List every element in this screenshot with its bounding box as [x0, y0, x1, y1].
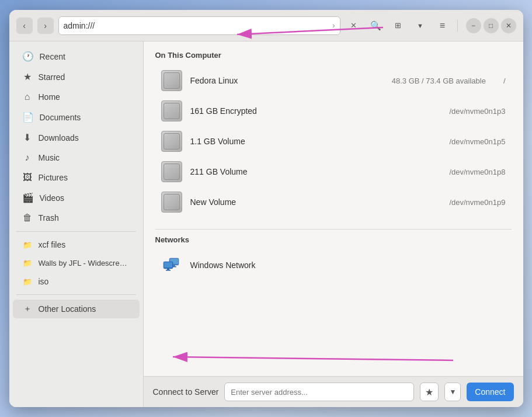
documents-icon: 📄	[22, 112, 34, 123]
drive-name-11gb: 1.1 GB Volume	[190, 137, 441, 146]
drive-path-fedora: /	[503, 77, 506, 85]
bookmark-button[interactable]: ★	[420, 383, 439, 401]
sidebar-item-iso[interactable]: 📁 iso	[13, 273, 140, 290]
drive-path-161gb: /dev/nvme0n1p3	[449, 107, 505, 116]
videos-icon: 🎬	[22, 192, 34, 203]
drive-path-new-volume: /dev/nvme0n1p9	[449, 198, 505, 207]
close-button[interactable]: ✕	[501, 18, 516, 33]
svg-rect-7	[166, 270, 171, 271]
sidebar-item-music-label: Music	[39, 153, 60, 162]
drive-item-new-volume[interactable]: New Volume /dev/nvme0n1p9	[155, 187, 512, 217]
drive-item-11gb[interactable]: 1.1 GB Volume /dev/nvme0n1p5	[155, 126, 512, 157]
sidebar-item-starred-label: Starred	[39, 72, 65, 82]
sidebar-item-trash-label: Trash	[39, 213, 59, 223]
connect-button[interactable]: Connect	[467, 383, 513, 401]
sidebar-item-other-locations[interactable]: ＋ Other Locations	[13, 300, 140, 318]
drive-name-211gb: 211 GB Volume	[190, 167, 441, 176]
sidebar-item-trash[interactable]: 🗑 Trash	[13, 208, 140, 227]
bookmark-iso-icon: 📁	[22, 277, 33, 286]
bookmark-xcf-icon: 📁	[22, 241, 33, 249]
sidebar-item-pictures[interactable]: 🖼 Pictures	[13, 168, 140, 187]
sidebar-item-home-label: Home	[39, 92, 60, 102]
toolbar-separator	[457, 20, 458, 32]
back-button[interactable]: ‹	[16, 18, 33, 34]
drive-path-211gb: /dev/nvme0n1p8	[449, 168, 505, 176]
bottom-bar: Connect to Server ★ ▼ Connect	[144, 376, 523, 407]
network-info-windows: Windows Network	[190, 260, 506, 270]
drive-info-new-volume: New Volume	[190, 197, 441, 207]
sidebar-item-videos-label: Videos	[40, 193, 65, 203]
bookmark-walls-icon: 📁	[22, 259, 33, 267]
clear-address-button[interactable]: ✕	[345, 17, 363, 34]
network-name-windows: Windows Network	[190, 260, 506, 270]
network-icon-windows	[161, 255, 182, 276]
home-icon: ⌂	[22, 92, 33, 102]
sidebar-item-videos[interactable]: 🎬 Videos	[13, 188, 140, 207]
drive-icon-fedora	[161, 70, 182, 91]
sidebar-separator-2	[16, 294, 136, 295]
sidebar-item-xcf-files[interactable]: 📁 xcf files	[13, 236, 140, 253]
minimize-button[interactable]: −	[466, 18, 481, 33]
section-separator	[155, 229, 512, 230]
svg-rect-5	[164, 262, 172, 267]
sidebar-item-music[interactable]: ♪ Music	[13, 148, 140, 167]
sidebar-item-xcf-label: xcf files	[39, 240, 66, 249]
titlebar: ‹ › › ✕ 🔍 ⊞ ▼ ≡ − □ ✕	[9, 10, 523, 41]
music-icon: ♪	[22, 152, 33, 163]
window-controls: − □ ✕	[466, 18, 516, 33]
drive-name-fedora: Fedora Linux	[190, 76, 384, 85]
drive-path-11gb: /dev/nvme0n1p5	[449, 137, 505, 146]
sidebar-item-home[interactable]: ⌂ Home	[13, 88, 140, 106]
sidebar-item-walls-label: Walls by JFL - Widescreen (...	[39, 259, 130, 267]
address-input[interactable]	[64, 21, 331, 30]
drive-name-new-volume: New Volume	[190, 197, 441, 207]
drive-item-161gb[interactable]: 161 GB Encrypted /dev/nvme0n1p3	[155, 96, 512, 126]
drive-item-fedora[interactable]: Fedora Linux 48.3 GB / 73.4 GB available…	[155, 65, 512, 96]
sidebar-item-walls-jfl[interactable]: 📁 Walls by JFL - Widescreen (...	[13, 255, 140, 272]
sidebar-item-recent[interactable]: 🕐 Recent	[13, 47, 140, 66]
sidebar-item-documents-label: Documents	[40, 113, 81, 122]
forward-button[interactable]: ›	[37, 18, 54, 34]
drive-info-11gb: 1.1 GB Volume	[190, 137, 441, 146]
trash-icon: 🗑	[22, 213, 33, 223]
main-content: On This Computer Fedora Linux 48.3 GB / …	[144, 41, 523, 407]
file-manager-window: ‹ › › ✕ 🔍 ⊞ ▼ ≡ − □ ✕	[9, 10, 523, 407]
sidebar-separator	[16, 231, 136, 232]
drive-item-211gb[interactable]: 211 GB Volume /dev/nvme0n1p8	[155, 157, 512, 187]
sidebar-item-documents[interactable]: 📄 Documents	[13, 107, 140, 127]
dropdown-arrow-icon: ▼	[449, 388, 456, 396]
other-locations-icon: ＋	[22, 304, 33, 314]
drive-info-211gb: 211 GB Volume	[190, 167, 441, 176]
window-body: 🕐 Recent ★ Starred ⌂ Home 📄 Documents ⬇	[9, 41, 523, 407]
connect-to-server-label: Connect to Server	[153, 387, 219, 397]
network-item-windows[interactable]: Windows Network	[155, 250, 512, 280]
networks-section: Networks	[155, 235, 512, 280]
recent-icon: 🕐	[22, 51, 34, 62]
sidebar-item-starred[interactable]: ★ Starred	[13, 67, 140, 86]
svg-rect-2	[173, 265, 175, 266]
drive-name-161gb: 161 GB Encrypted	[190, 106, 441, 116]
drive-icon-161gb	[161, 100, 182, 121]
server-address-input[interactable]	[224, 383, 414, 401]
search-icon: 🔍	[370, 20, 381, 31]
address-arrow-icon: ›	[333, 22, 335, 30]
svg-rect-6	[167, 269, 169, 270]
sidebar-item-pictures-label: Pictures	[39, 173, 68, 182]
sidebar-item-iso-label: iso	[39, 277, 49, 286]
sidebar-item-other-locations-label: Other Locations	[39, 304, 96, 314]
view-grid-button[interactable]: ⊞	[390, 17, 407, 34]
dropdown-button[interactable]: ▼	[444, 383, 461, 401]
sidebar-item-downloads[interactable]: ⬇ Downloads	[13, 128, 140, 147]
drive-size-fedora: 48.3 GB / 73.4 GB available	[392, 77, 486, 85]
drive-icon-11gb	[161, 131, 182, 152]
maximize-button[interactable]: □	[484, 18, 499, 33]
downloads-icon: ⬇	[22, 132, 33, 143]
drive-info-fedora: Fedora Linux	[190, 76, 384, 85]
view-dropdown-button[interactable]: ▼	[412, 17, 429, 34]
networks-title: Networks	[155, 235, 512, 244]
drive-icon-211gb	[161, 161, 182, 182]
menu-button[interactable]: ≡	[434, 17, 451, 34]
sidebar-item-recent-label: Recent	[40, 52, 65, 61]
search-button[interactable]: 🔍	[367, 17, 385, 34]
on-this-computer-section: On This Computer Fedora Linux 48.3 GB / …	[155, 51, 512, 217]
